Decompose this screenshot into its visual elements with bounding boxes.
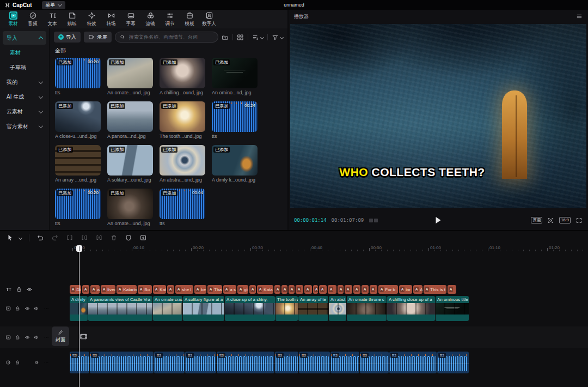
audio-clip[interactable]: tts [360, 352, 389, 373]
more-icon[interactable] [44, 305, 49, 312]
mute-icon[interactable] [34, 305, 39, 312]
cover-button[interactable]: 封面 [52, 326, 69, 346]
media-item-image[interactable]: 已添加A dimly li...ound,.jpg [212, 145, 264, 183]
menu-button[interactable]: 菜单 [42, 1, 65, 9]
subtitle-clip[interactable]: A [82, 285, 89, 294]
audio-clip[interactable]: tts [70, 352, 89, 373]
sidebar-item[interactable]: 官方素材 [3, 119, 46, 133]
aspect-ratio-button[interactable]: 16:9 [559, 217, 571, 223]
subtitle-clip[interactable]: A [249, 285, 256, 294]
toolbar-item-text[interactable]: 文本 [42, 11, 62, 27]
subtitle-clip[interactable]: Abe [194, 285, 206, 294]
timeline-ruler[interactable]: 00:0000:1000:2000:3000:4000:5001:0001:10… [0, 245, 588, 252]
media-item-image[interactable]: 已添加An ornate...und,.jpg [107, 189, 160, 226]
audio-clip[interactable]: tts [299, 352, 330, 373]
sidebar-item[interactable]: 导入 [3, 31, 46, 45]
sidebar-item[interactable]: AI 生成 [3, 90, 46, 104]
toolbar-item-filter[interactable]: 滤镜 [140, 11, 160, 27]
video-clip[interactable]: A solitary figure at a [183, 296, 224, 321]
subtitle-clip[interactable]: Ainr [399, 285, 412, 294]
toolbar-item-template[interactable]: 模板 [180, 11, 199, 27]
subtitle-clip[interactable]: Agle [237, 285, 248, 294]
media-item-image[interactable]: 已添加A chilling...ound,.jpg [160, 58, 212, 95]
subtitle-clip[interactable]: A [289, 285, 295, 294]
subtitle-clip[interactable]: AThis is t [424, 285, 446, 294]
audio-clip[interactable]: tts [437, 352, 469, 373]
video-clip[interactable]: An array of te [298, 296, 328, 321]
playhead-line[interactable] [79, 245, 79, 387]
media-item-image[interactable]: 已添加An abstra...und,.jpg [160, 145, 212, 183]
subtitle-clip[interactable]: ATha [207, 285, 222, 294]
grid-view-icon[interactable] [237, 34, 244, 41]
sidebar-item[interactable]: 我的 [3, 75, 46, 89]
toolbar-item-adjust[interactable]: 调节 [160, 11, 180, 27]
media-item-image[interactable]: 已添加A panora...nd,.jpg [107, 101, 160, 139]
audio-clip[interactable]: tts [154, 352, 185, 373]
delete-icon[interactable] [110, 234, 118, 241]
media-item-image[interactable]: 已添加A solitary...ound,.jpg [107, 145, 160, 183]
play-button[interactable] [436, 217, 441, 223]
fullscreen-icon[interactable] [575, 217, 583, 224]
eye-icon[interactable] [24, 334, 30, 341]
lock-icon[interactable] [15, 334, 20, 341]
subtitle-clip[interactable]: A [370, 285, 377, 294]
file-export-icon[interactable] [139, 234, 147, 241]
sidebar-item[interactable]: 素材 [3, 46, 46, 59]
split-icon[interactable] [66, 234, 74, 241]
subtitle-clip[interactable]: AKat [153, 285, 166, 294]
undo-icon[interactable] [36, 234, 44, 241]
delete-right-icon[interactable] [95, 234, 103, 241]
video-clip[interactable]: A chilling close-up of a [387, 296, 435, 321]
quality-button[interactable]: 原画 [531, 217, 542, 223]
subtitle-clip[interactable]: A [274, 285, 280, 294]
lock-icon[interactable] [15, 305, 20, 312]
toolbar-item-caption[interactable]: 字幕 [121, 11, 140, 27]
video-clip[interactable]: The tooth c [275, 296, 298, 321]
subtitle-clip[interactable]: A [313, 285, 318, 294]
import-folder-icon[interactable] [222, 34, 229, 41]
audio-clip[interactable]: tts [90, 352, 154, 373]
search-input[interactable] [128, 34, 213, 40]
mute-icon[interactable] [34, 334, 39, 341]
subtitle-clip[interactable]: A [319, 285, 327, 294]
video-clip[interactable]: An abst [329, 296, 346, 321]
subtitle-clip[interactable]: A [362, 285, 369, 294]
clip-placeholder-icon[interactable] [79, 333, 88, 340]
mask-icon[interactable] [125, 234, 132, 241]
audio-clip[interactable]: tts [330, 352, 359, 373]
playhead-handle[interactable] [76, 245, 82, 252]
player-menu-icon[interactable] [576, 13, 583, 20]
video-clip[interactable]: A close-up of a shiny, [225, 296, 275, 321]
sidebar-item[interactable]: 子草稿 [3, 61, 46, 74]
subtitle-clip[interactable]: AA [413, 285, 422, 294]
subtitle-clip[interactable]: A [296, 285, 303, 294]
eye-icon[interactable] [24, 305, 30, 312]
import-button[interactable]: 导入 [54, 32, 81, 43]
subtitle-clip[interactable]: AFor b [378, 285, 398, 294]
delete-left-icon[interactable] [81, 234, 88, 241]
audio-clip[interactable]: tts [185, 352, 216, 373]
audio-clip[interactable]: tts [389, 352, 437, 373]
preview-zoom-icon[interactable] [547, 217, 554, 224]
eye-icon[interactable] [26, 286, 33, 293]
media-item-audio[interactable]: 已添加00:20tts [55, 58, 107, 95]
video-clip[interactable]: A panoramic view of Castle Vra [88, 296, 152, 321]
player-misc-icon[interactable] [369, 219, 378, 222]
screen-record-button[interactable]: 录屏 [84, 32, 112, 43]
subtitle-clip[interactable]: A [448, 285, 456, 294]
filter-icon[interactable] [272, 34, 279, 41]
subtitle-clip[interactable]: A [338, 285, 344, 294]
subtitle-clip[interactable]: A [304, 285, 312, 294]
toolbar-item-audio[interactable]: 音频 [23, 11, 42, 27]
media-item-image[interactable]: 已添加A close-u...und,.jpg [55, 101, 107, 139]
more-icon[interactable] [44, 334, 49, 341]
subtitle-clip[interactable]: ABo [138, 285, 152, 294]
lock-icon[interactable] [16, 286, 22, 293]
subtitle-clip[interactable]: AKatarin [117, 285, 137, 294]
subtitle-clip[interactable]: Alived [101, 285, 115, 294]
toolbar-item-sticker[interactable]: 贴纸 [62, 11, 82, 27]
video-clip[interactable]: An ornate crac [153, 296, 182, 321]
toolbar-item-transition[interactable]: 转场 [101, 11, 121, 27]
mute-icon[interactable] [34, 359, 40, 366]
chevron-down-icon[interactable] [19, 235, 22, 239]
